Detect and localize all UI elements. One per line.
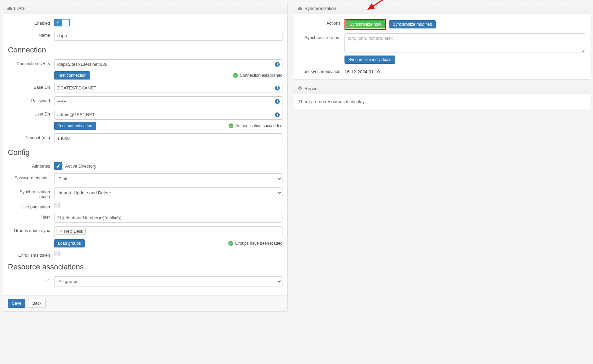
load-groups-button[interactable]: Load groups — [54, 239, 85, 247]
report-panel: Report There are no resources to display… — [293, 83, 590, 109]
auth-status-text: Authentication succeeded — [235, 123, 282, 128]
password-encoder-label: Password encoder — [8, 173, 54, 180]
cloud-download-icon — [298, 6, 302, 11]
last-sync-label: Last synchronization — [298, 67, 344, 74]
filter-label: Filter — [8, 213, 54, 220]
group-tag[interactable]: ✕ Help Desk — [57, 228, 86, 235]
ldap-panel-title: LDAP — [14, 6, 26, 11]
sync-users-textarea[interactable] — [344, 33, 585, 52]
user-dn-label: User Dn — [8, 110, 54, 117]
base-dn-input[interactable] — [54, 83, 282, 93]
sync-panel-header: Synchronization — [293, 3, 590, 14]
info-icon[interactable]: i — [275, 62, 280, 67]
enabled-toggle[interactable]: ✓ — [54, 19, 70, 26]
base-dn-label: Base Dn — [8, 83, 54, 90]
info-icon[interactable]: i — [275, 112, 280, 117]
sync-users-label: Synchronize Users — [298, 33, 344, 40]
report-empty-text: There are no resources to display. — [298, 99, 365, 104]
password-encoder-select[interactable]: Plain — [54, 173, 282, 184]
attributes-text: Active Directory — [65, 163, 96, 169]
remove-tag-icon[interactable]: ✕ — [59, 229, 62, 234]
synchronize-now-button[interactable]: Synchronize now — [346, 20, 385, 28]
groups-tag-input[interactable]: ✕ Help Desk — [54, 226, 282, 237]
user-dn-input[interactable] — [54, 110, 282, 120]
connection-section-title: Connection — [8, 46, 282, 54]
connection-urls-input[interactable] — [54, 59, 282, 69]
resource-r1-link[interactable]: r1 — [46, 278, 50, 283]
save-button[interactable]: Save — [8, 299, 25, 308]
cloud-icon — [7, 6, 12, 11]
edit-attributes-button[interactable] — [54, 162, 62, 170]
actions-label: Actions — [298, 19, 344, 26]
sync-mode-label: Synchronization mode — [8, 187, 54, 199]
use-pagination-label: Use pagination — [8, 203, 54, 209]
test-connection-button[interactable]: Test connection — [54, 71, 90, 80]
check-circle-icon: ✓ — [229, 123, 233, 128]
name-input[interactable] — [54, 31, 282, 41]
info-icon[interactable]: i — [275, 86, 280, 90]
groups-status-text: Groups have been loaded — [235, 241, 282, 246]
resource-assoc-title: Resource associations — [8, 263, 282, 271]
resource-r1-select[interactable]: All groups — [54, 276, 282, 287]
name-label: Name — [8, 31, 54, 38]
enroll-sms-label: Enroll sms token — [8, 251, 54, 258]
highlight-annotation: Synchronize now — [344, 19, 386, 30]
sync-panel-title: Synchronization — [304, 6, 336, 11]
last-sync-value: 16-12-2024 01:10 — [344, 69, 380, 74]
config-section-title: Config — [8, 148, 282, 157]
ldap-panel: LDAP Enabled ✓ Name — [3, 3, 288, 312]
timeout-label: Timeout (ms) — [8, 133, 54, 140]
attributes-label: Attributes — [8, 162, 54, 169]
connection-status-text: Connection established — [240, 73, 283, 78]
password-input[interactable] — [54, 96, 282, 106]
timeout-input[interactable] — [54, 133, 282, 143]
check-icon: ✓ — [56, 20, 60, 24]
synchronize-modified-button[interactable]: Synchronize modified — [389, 20, 436, 28]
info-icon[interactable]: i — [275, 99, 280, 104]
enabled-label: Enabled — [8, 19, 54, 26]
ldap-panel-footer: Save Back — [3, 295, 287, 311]
report-panel-header: Report — [293, 83, 590, 94]
ldap-panel-header: LDAP — [3, 3, 287, 14]
enroll-sms-checkbox[interactable] — [54, 251, 60, 256]
sync-panel: Synchronization Actions Synchronize now … — [293, 3, 590, 80]
print-icon — [298, 86, 302, 91]
back-button[interactable]: Back — [28, 299, 46, 308]
connection-urls-label: Connection URLs — [8, 59, 54, 66]
test-authentication-button[interactable]: Test authentication — [54, 122, 96, 130]
group-tag-label: Help Desk — [64, 229, 83, 234]
use-pagination-checkbox[interactable] — [54, 203, 60, 208]
check-circle-icon: ✓ — [233, 73, 238, 78]
report-panel-title: Report — [304, 86, 318, 91]
sync-mode-select[interactable]: Import, Update and Delete — [54, 187, 282, 198]
groups-label: Groups under sync — [8, 226, 54, 233]
filter-input[interactable] — [54, 213, 282, 223]
check-circle-icon: ✓ — [228, 241, 233, 246]
password-label: Password — [8, 96, 54, 103]
synchronize-individuals-button[interactable]: Synchronize individuals — [344, 56, 395, 64]
